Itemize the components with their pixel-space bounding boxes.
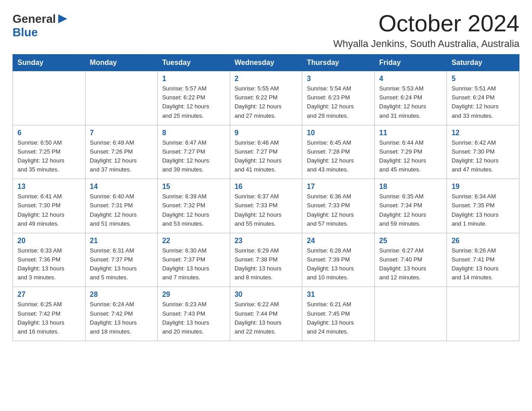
day-number: 5: [451, 75, 515, 83]
table-row: 21Sunrise: 6:31 AM Sunset: 7:37 PM Dayli…: [85, 233, 158, 287]
day-number: 11: [379, 129, 442, 137]
table-row: 10Sunrise: 6:45 AM Sunset: 7:28 PM Dayli…: [302, 125, 375, 179]
table-row: [374, 287, 447, 341]
day-info: Sunrise: 6:30 AM Sunset: 7:37 PM Dayligh…: [162, 246, 225, 283]
table-row: 29Sunrise: 6:23 AM Sunset: 7:43 PM Dayli…: [158, 287, 230, 341]
table-row: 27Sunrise: 6:25 AM Sunset: 7:42 PM Dayli…: [13, 287, 86, 341]
title-block: October 2024 Whyalla Jenkins, South Aust…: [333, 11, 519, 50]
day-info: Sunrise: 6:46 AM Sunset: 7:27 PM Dayligh…: [235, 138, 298, 175]
logo-general-text: General: [13, 13, 56, 26]
table-row: 28Sunrise: 6:24 AM Sunset: 7:42 PM Dayli…: [85, 287, 158, 341]
page-header: General Blue October 2024 Whyalla Jenkin…: [13, 11, 519, 50]
day-info: Sunrise: 6:49 AM Sunset: 7:26 PM Dayligh…: [90, 138, 153, 175]
month-title: October 2024: [333, 11, 519, 36]
day-info: Sunrise: 6:27 AM Sunset: 7:40 PM Dayligh…: [379, 246, 442, 283]
logo-blue-text: Blue: [13, 26, 38, 39]
logo: General Blue: [13, 11, 69, 39]
table-row: 5Sunrise: 5:51 AM Sunset: 6:24 PM Daylig…: [447, 71, 519, 125]
table-row: 6Sunrise: 6:50 AM Sunset: 7:25 PM Daylig…: [13, 125, 86, 179]
day-info: Sunrise: 6:50 AM Sunset: 7:25 PM Dayligh…: [17, 138, 81, 175]
day-info: Sunrise: 6:25 AM Sunset: 7:42 PM Dayligh…: [17, 300, 81, 336]
calendar-week-2: 6Sunrise: 6:50 AM Sunset: 7:25 PM Daylig…: [13, 125, 519, 179]
day-info: Sunrise: 6:44 AM Sunset: 7:29 PM Dayligh…: [379, 138, 442, 175]
day-number: 17: [307, 183, 370, 191]
table-row: 4Sunrise: 5:53 AM Sunset: 6:24 PM Daylig…: [374, 71, 447, 125]
day-info: Sunrise: 6:24 AM Sunset: 7:42 PM Dayligh…: [90, 300, 153, 336]
day-info: Sunrise: 6:39 AM Sunset: 7:32 PM Dayligh…: [162, 192, 225, 228]
table-row: [13, 71, 86, 125]
table-row: 11Sunrise: 6:44 AM Sunset: 7:29 PM Dayli…: [374, 125, 447, 179]
col-monday: Monday: [85, 55, 158, 71]
table-row: 7Sunrise: 6:49 AM Sunset: 7:26 PM Daylig…: [85, 125, 158, 179]
table-row: 2Sunrise: 5:55 AM Sunset: 6:22 PM Daylig…: [230, 71, 302, 125]
col-thursday: Thursday: [302, 55, 375, 71]
day-info: Sunrise: 6:29 AM Sunset: 7:38 PM Dayligh…: [235, 246, 298, 283]
day-info: Sunrise: 6:37 AM Sunset: 7:33 PM Dayligh…: [235, 192, 298, 228]
day-number: 28: [90, 291, 153, 299]
col-friday: Friday: [374, 55, 447, 71]
day-info: Sunrise: 6:21 AM Sunset: 7:45 PM Dayligh…: [307, 300, 370, 336]
table-row: 23Sunrise: 6:29 AM Sunset: 7:38 PM Dayli…: [230, 233, 302, 287]
col-saturday: Saturday: [447, 55, 519, 71]
table-row: 20Sunrise: 6:33 AM Sunset: 7:36 PM Dayli…: [13, 233, 86, 287]
table-row: 24Sunrise: 6:28 AM Sunset: 7:39 PM Dayli…: [302, 233, 375, 287]
day-info: Sunrise: 6:31 AM Sunset: 7:37 PM Dayligh…: [90, 246, 153, 283]
day-number: 14: [90, 183, 153, 191]
day-info: Sunrise: 5:55 AM Sunset: 6:22 PM Dayligh…: [235, 84, 298, 120]
day-info: Sunrise: 6:41 AM Sunset: 7:30 PM Dayligh…: [17, 192, 81, 228]
day-number: 20: [17, 237, 81, 245]
svg-marker-0: [58, 14, 67, 23]
table-row: 19Sunrise: 6:34 AM Sunset: 7:35 PM Dayli…: [447, 179, 519, 233]
day-number: 8: [162, 129, 225, 137]
day-number: 18: [379, 183, 442, 191]
table-row: 17Sunrise: 6:36 AM Sunset: 7:33 PM Dayli…: [302, 179, 375, 233]
day-info: Sunrise: 5:57 AM Sunset: 6:22 PM Dayligh…: [162, 84, 225, 120]
day-info: Sunrise: 6:42 AM Sunset: 7:30 PM Dayligh…: [451, 138, 515, 175]
calendar-table: Sunday Monday Tuesday Wednesday Thursday…: [13, 54, 519, 341]
col-tuesday: Tuesday: [158, 55, 230, 71]
table-row: 3Sunrise: 5:54 AM Sunset: 6:23 PM Daylig…: [302, 71, 375, 125]
logo-triangle-icon: [56, 13, 69, 25]
day-number: 16: [235, 183, 298, 191]
calendar-week-1: 1Sunrise: 5:57 AM Sunset: 6:22 PM Daylig…: [13, 71, 519, 125]
day-number: 7: [90, 129, 153, 137]
table-row: 18Sunrise: 6:35 AM Sunset: 7:34 PM Dayli…: [374, 179, 447, 233]
day-info: Sunrise: 6:36 AM Sunset: 7:33 PM Dayligh…: [307, 192, 370, 228]
calendar-week-3: 13Sunrise: 6:41 AM Sunset: 7:30 PM Dayli…: [13, 179, 519, 233]
table-row: 14Sunrise: 6:40 AM Sunset: 7:31 PM Dayli…: [85, 179, 158, 233]
day-number: 3: [307, 75, 370, 83]
day-info: Sunrise: 5:51 AM Sunset: 6:24 PM Dayligh…: [451, 84, 515, 120]
day-number: 29: [162, 291, 225, 299]
table-row: 1Sunrise: 5:57 AM Sunset: 6:22 PM Daylig…: [158, 71, 230, 125]
day-number: 27: [17, 291, 81, 299]
table-row: 15Sunrise: 6:39 AM Sunset: 7:32 PM Dayli…: [158, 179, 230, 233]
day-number: 21: [90, 237, 153, 245]
day-info: Sunrise: 6:22 AM Sunset: 7:44 PM Dayligh…: [235, 300, 298, 336]
table-row: 26Sunrise: 6:26 AM Sunset: 7:41 PM Dayli…: [447, 233, 519, 287]
day-info: Sunrise: 6:26 AM Sunset: 7:41 PM Dayligh…: [451, 246, 515, 283]
table-row: 25Sunrise: 6:27 AM Sunset: 7:40 PM Dayli…: [374, 233, 447, 287]
day-info: Sunrise: 6:33 AM Sunset: 7:36 PM Dayligh…: [17, 246, 81, 283]
day-number: 6: [17, 129, 81, 137]
day-number: 1: [162, 75, 225, 83]
day-info: Sunrise: 5:54 AM Sunset: 6:23 PM Dayligh…: [307, 84, 370, 120]
day-info: Sunrise: 6:35 AM Sunset: 7:34 PM Dayligh…: [379, 192, 442, 228]
location-title: Whyalla Jenkins, South Australia, Austra…: [333, 38, 519, 50]
table-row: 8Sunrise: 6:47 AM Sunset: 7:27 PM Daylig…: [158, 125, 230, 179]
day-number: 13: [17, 183, 81, 191]
day-number: 25: [379, 237, 442, 245]
table-row: 9Sunrise: 6:46 AM Sunset: 7:27 PM Daylig…: [230, 125, 302, 179]
day-number: 23: [235, 237, 298, 245]
day-number: 15: [162, 183, 225, 191]
day-number: 31: [307, 291, 370, 299]
calendar-week-5: 27Sunrise: 6:25 AM Sunset: 7:42 PM Dayli…: [13, 287, 519, 341]
day-info: Sunrise: 6:34 AM Sunset: 7:35 PM Dayligh…: [451, 192, 515, 228]
table-row: [447, 287, 519, 341]
day-info: Sunrise: 6:23 AM Sunset: 7:43 PM Dayligh…: [162, 300, 225, 336]
day-info: Sunrise: 6:40 AM Sunset: 7:31 PM Dayligh…: [90, 192, 153, 228]
day-number: 26: [451, 237, 515, 245]
table-row: 30Sunrise: 6:22 AM Sunset: 7:44 PM Dayli…: [230, 287, 302, 341]
day-number: 12: [451, 129, 515, 137]
table-row: 31Sunrise: 6:21 AM Sunset: 7:45 PM Dayli…: [302, 287, 375, 341]
day-number: 10: [307, 129, 370, 137]
